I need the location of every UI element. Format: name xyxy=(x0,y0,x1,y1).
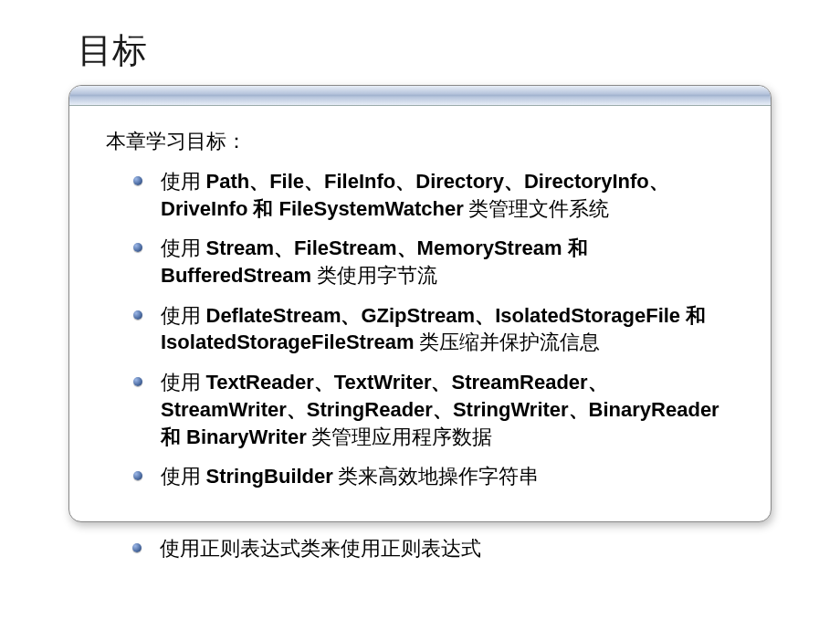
item-bold: StringBuilder xyxy=(206,465,333,488)
list-item: 使用 Path、File、FileInfo、Directory、Director… xyxy=(133,168,743,222)
intro-text: 本章学习目标： xyxy=(106,128,743,155)
panel-header-bar xyxy=(69,86,771,106)
slide: 目标 本章学习目标： 使用 Path、File、FileInfo、Directo… xyxy=(0,0,840,630)
list-item: 使用 StringBuilder 类来高效地操作字符串 xyxy=(133,463,743,490)
outside-item-text: 使用正则表达式类来使用正则表达式 xyxy=(160,537,481,560)
item-pre: 使用 xyxy=(161,371,206,394)
outside-list-item: 使用正则表达式类来使用正则表达式 xyxy=(132,535,840,562)
panel-body: 本章学习目标： 使用 Path、File、FileInfo、Directory、… xyxy=(69,106,771,521)
item-post: 类管理文件系统 xyxy=(464,197,610,220)
list-item: 使用 Stream、FileStream、MemoryStream 和 Buff… xyxy=(133,235,743,289)
item-pre: 使用 xyxy=(161,236,206,259)
content-panel: 本章学习目标： 使用 Path、File、FileInfo、Directory、… xyxy=(68,85,772,522)
list-item: 使用 DeflateStream、GZipStream、IsolatedStor… xyxy=(133,302,743,356)
item-post: 类来高效地操作字符串 xyxy=(333,465,540,488)
objectives-list: 使用 Path、File、FileInfo、Directory、Director… xyxy=(133,168,743,490)
item-post: 类管理应用程序数据 xyxy=(307,425,493,448)
slide-title: 目标 xyxy=(78,27,840,74)
list-item: 使用 TextReader、TextWriter、StreamReader、St… xyxy=(133,369,743,450)
item-post: 类压缩并保护流信息 xyxy=(415,331,601,353)
item-pre: 使用 xyxy=(161,170,206,193)
item-pre: 使用 xyxy=(161,304,206,327)
item-post: 类使用字节流 xyxy=(311,264,437,287)
item-pre: 使用 xyxy=(161,465,206,488)
